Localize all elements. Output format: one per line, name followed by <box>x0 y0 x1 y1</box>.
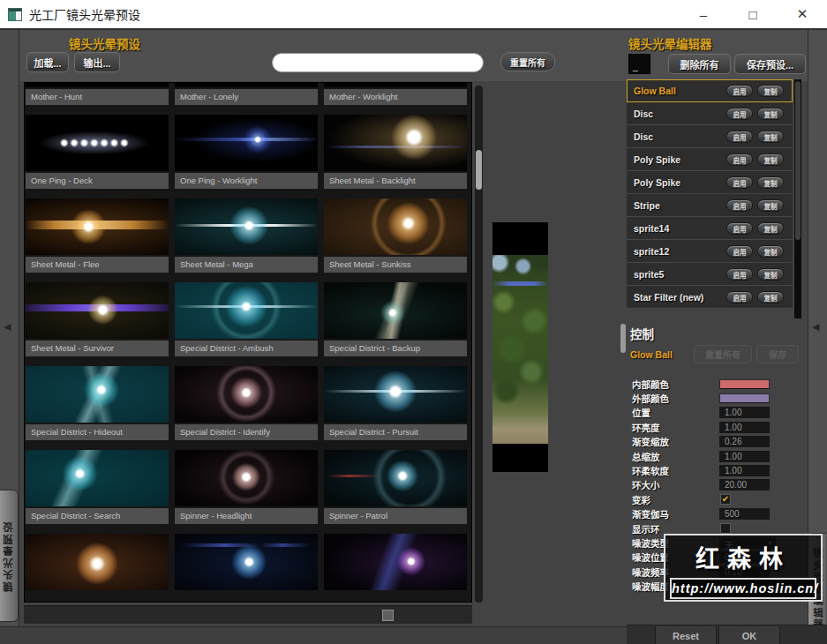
preset-thumbnail[interactable] <box>175 534 318 590</box>
preset-cell[interactable]: One Ping - Worklight <box>175 115 318 189</box>
reset-button[interactable]: Reset <box>655 626 717 644</box>
element-row[interactable]: Stripe启用复制 <box>627 194 793 217</box>
controls-save-button[interactable]: 保存 <box>756 345 799 363</box>
element-enable-button[interactable]: 启用 <box>726 268 753 281</box>
checkbox-checked[interactable]: ✔ <box>720 494 731 505</box>
delete-all-button[interactable]: 删除所有 <box>668 54 731 74</box>
preset-thumbnail[interactable] <box>324 450 467 506</box>
element-copy-button[interactable]: 复制 <box>757 199 784 212</box>
parameter-value-field[interactable]: 1.00 <box>719 465 770 476</box>
preset-thumbnail[interactable] <box>175 115 318 171</box>
middle-scrollbar-thumb[interactable] <box>620 324 626 353</box>
save-preset-button[interactable]: 保存预设... <box>734 54 806 74</box>
preset-cell[interactable]: Spinner - Headlight <box>175 450 318 524</box>
element-copy-button[interactable]: 复制 <box>757 131 784 143</box>
preset-cell[interactable]: Special District - Pursuit <box>324 366 467 440</box>
element-row[interactable]: Star Filter (new)启用复制 <box>627 286 793 309</box>
preset-thumbnail[interactable] <box>324 82 467 87</box>
load-button[interactable]: 加载... <box>26 52 69 72</box>
parameter-value-field[interactable]: 1.00 <box>719 407 770 418</box>
element-row[interactable]: Disc启用复制 <box>627 102 793 125</box>
element-row[interactable]: sprite12启用复制 <box>627 240 793 263</box>
element-enable-button[interactable]: 启用 <box>726 199 753 212</box>
preset-cell[interactable]: Mother - Hunt <box>26 82 169 105</box>
preset-cell[interactable]: Spinner - Patrol <box>324 450 467 524</box>
collapse-left-icon[interactable]: ◀ <box>4 321 11 333</box>
preset-cell[interactable] <box>175 534 318 603</box>
preset-thumbnail[interactable] <box>175 198 318 255</box>
controls-reset-all-button[interactable]: 重置所有 <box>694 345 752 363</box>
element-enable-button[interactable]: 启用 <box>726 131 753 143</box>
preset-thumbnail[interactable] <box>26 282 169 339</box>
preset-cell[interactable]: Sheet Metal - Mega <box>175 198 318 273</box>
browser-vertical-scrollbar[interactable] <box>475 86 483 603</box>
preset-cell[interactable]: Sheet Metal - Sunkiss <box>324 198 467 273</box>
element-enable-button[interactable]: 启用 <box>726 176 753 189</box>
ok-button[interactable]: OK <box>718 626 780 644</box>
preset-thumbnail[interactable] <box>26 115 169 171</box>
browser-hscrollbar-handle[interactable] <box>382 610 394 621</box>
element-list-scrollbar[interactable] <box>794 79 801 318</box>
collapse-right-icon[interactable]: ◀ <box>812 321 819 333</box>
maximize-button[interactable]: □ <box>728 0 778 28</box>
element-row[interactable]: Poly Spike启用复制 <box>627 171 793 194</box>
element-copy-button[interactable]: 复制 <box>757 108 784 120</box>
element-enable-button[interactable]: 启用 <box>726 85 753 97</box>
checkbox-unchecked[interactable] <box>720 523 731 534</box>
search-input[interactable] <box>272 53 484 72</box>
element-enable-button[interactable]: 启用 <box>726 154 753 166</box>
export-button[interactable]: 输出... <box>74 52 120 72</box>
preset-cell[interactable]: Special District - Search <box>26 450 169 524</box>
preset-cell[interactable] <box>324 534 467 603</box>
element-copy-button[interactable]: 复制 <box>757 176 784 189</box>
preset-thumbnail[interactable] <box>175 82 318 87</box>
browser-horizontal-scrollbar[interactable] <box>24 605 472 624</box>
element-copy-button[interactable]: 复制 <box>757 268 784 281</box>
element-row[interactable]: Disc启用复制 <box>627 125 793 148</box>
element-enable-button[interactable]: 启用 <box>726 222 753 235</box>
element-copy-button[interactable]: 复制 <box>757 85 784 97</box>
preset-cell[interactable]: Sheet Metal - Flee <box>26 198 169 273</box>
preset-thumbnail[interactable] <box>26 534 169 590</box>
preset-cell[interactable]: Special District - Ambush <box>175 282 318 356</box>
parameter-value-field[interactable]: 1.00 <box>719 451 770 462</box>
preset-cell[interactable]: One Ping - Deck <box>26 115 169 189</box>
preset-thumbnail[interactable] <box>324 198 467 255</box>
parameter-value-field[interactable]: 500 <box>719 508 770 520</box>
element-list-scrollbar-thumb[interactable] <box>795 81 801 240</box>
flare-preview-swatch[interactable]: _ <box>628 54 650 74</box>
parameter-value-field[interactable]: 20.00 <box>719 479 770 490</box>
preset-thumbnail[interactable] <box>324 282 467 339</box>
element-enable-button[interactable]: 启用 <box>726 245 753 258</box>
reset-all-button[interactable]: 重置所有 <box>500 52 555 71</box>
element-copy-button[interactable]: 复制 <box>757 154 784 166</box>
element-row[interactable]: Poly Spike启用复制 <box>627 148 793 171</box>
browser-scrollbar-thumb[interactable] <box>476 150 482 190</box>
browser-side-tab[interactable]: 镜头光晕预设 <box>0 490 19 622</box>
element-enable-button[interactable]: 启用 <box>726 108 753 120</box>
preset-cell[interactable]: Sheet Metal - Backlight <box>324 115 467 189</box>
minimize-button[interactable]: – <box>679 0 728 28</box>
preset-thumbnail[interactable] <box>26 82 169 87</box>
element-copy-button[interactable]: 复制 <box>757 291 784 303</box>
preset-thumbnail[interactable] <box>324 534 467 590</box>
element-row[interactable]: Glow Ball启用复制 <box>627 79 793 102</box>
preset-thumbnail[interactable] <box>175 282 318 339</box>
preset-cell[interactable]: Special District - Hideout <box>26 366 169 440</box>
parameter-value-field[interactable]: 0.26 <box>719 436 770 447</box>
preset-cell[interactable]: Mother - Worklight <box>324 82 467 105</box>
color-swatch[interactable] <box>719 393 770 403</box>
preset-cell[interactable]: Special District - Identify <box>175 366 318 440</box>
preset-thumbnail[interactable] <box>26 450 169 506</box>
preset-thumbnail[interactable] <box>175 366 318 423</box>
element-copy-button[interactable]: 复制 <box>757 245 784 258</box>
preset-thumbnail[interactable] <box>324 115 467 171</box>
element-copy-button[interactable]: 复制 <box>757 222 784 235</box>
preset-thumbnail[interactable] <box>324 366 467 423</box>
preset-cell[interactable]: Special District - Backup <box>324 282 467 356</box>
preset-thumbnail[interactable] <box>26 198 169 255</box>
element-row[interactable]: sprite14启用复制 <box>627 217 793 240</box>
close-button[interactable]: ✕ <box>778 0 827 28</box>
element-enable-button[interactable]: 启用 <box>726 291 753 303</box>
preset-thumbnail[interactable] <box>175 450 318 506</box>
